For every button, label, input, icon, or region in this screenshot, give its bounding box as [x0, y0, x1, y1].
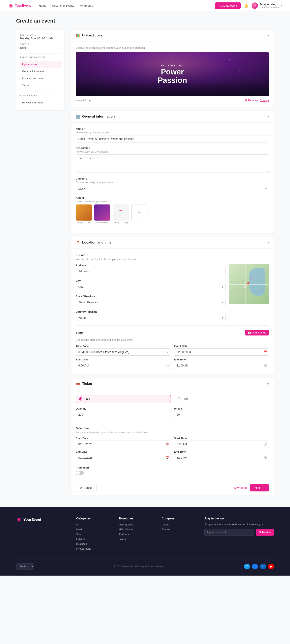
next-button[interactable]: Next → — [250, 484, 269, 492]
footer-cat-exbition[interactable]: Exbition — [76, 538, 85, 540]
sale-date-title: Sale date — [76, 426, 269, 430]
footer-company-joinus[interactable]: Join us — [162, 528, 170, 531]
album-thumb-2[interactable] — [94, 204, 110, 220]
logo[interactable]: YourEvent — [8, 3, 31, 8]
promotion-toggle[interactable] — [76, 471, 84, 475]
ticket-paid-option[interactable]: Paid — [76, 395, 171, 403]
end-time-input[interactable] — [174, 362, 269, 369]
linkedin-icon[interactable]: in — [260, 564, 266, 569]
event-date-group: Event Date 📅 — [174, 344, 269, 356]
ticket-free-option[interactable]: Free — [174, 395, 269, 403]
nav-home[interactable]: Home — [39, 4, 46, 7]
language-select[interactable]: English — [16, 563, 34, 570]
save-draft-button[interactable]: Save draft — [234, 486, 247, 490]
price-input[interactable] — [174, 411, 269, 418]
nav-myevents[interactable]: My Events — [80, 4, 93, 7]
quantity-input[interactable] — [76, 411, 171, 418]
general-info-header[interactable]: ℹ️ General information ▾ — [71, 111, 274, 122]
name-input[interactable] — [76, 135, 269, 142]
description-field-group: Description Provide essential event deta… — [76, 146, 269, 173]
footer-res-taxes[interactable]: Taxes — [119, 538, 126, 540]
description-textarea[interactable] — [76, 154, 269, 172]
footer-res-help[interactable]: Help Center — [119, 528, 133, 531]
upload-cover-label: Upload cover — [22, 63, 38, 66]
location-time-chevron-icon[interactable]: ▾ — [267, 241, 269, 244]
end-time-label: End Time — [174, 358, 269, 361]
quantity-group: Quantity — [76, 407, 171, 418]
footer-cat-all[interactable]: All — [76, 523, 79, 526]
event-date-input[interactable] — [174, 348, 269, 356]
location-time-title: Location and time — [82, 240, 111, 244]
sidebar-item-upload-cover[interactable]: Upload cover — [20, 61, 60, 68]
start-time-input[interactable] — [76, 362, 171, 369]
name-label: Name * — [76, 128, 269, 130]
upload-cover-chevron-icon[interactable]: ▾ — [267, 34, 269, 38]
sale-end-time-label: End Time — [174, 450, 269, 453]
user-dropdown-icon[interactable]: ▾ — [281, 4, 282, 7]
event-info-section-title: EVENT INFORMATION — [20, 56, 60, 58]
avatar: JK — [251, 2, 258, 9]
footer-cat-music[interactable]: Music — [76, 528, 83, 531]
footer-cat-business[interactable]: Business — [76, 542, 87, 546]
sidebar-item-ticket[interactable]: Ticket — [20, 82, 60, 89]
sale-start-date-input[interactable] — [76, 440, 171, 448]
newsletter-input[interactable] — [204, 529, 254, 536]
location-time-header[interactable]: 📍 Location and time ▾ — [71, 237, 274, 248]
map-grid-3 — [237, 264, 237, 304]
sidebar-item-location-time[interactable]: Location and time — [20, 75, 60, 82]
free-radio — [177, 397, 181, 400]
country-select-wrapper: World — [76, 314, 225, 322]
sidebar-item-review-publish[interactable]: Review and Publish — [20, 99, 60, 106]
sale-start-time-label: Start Time — [174, 437, 269, 440]
album-thumb-3[interactable] — [113, 204, 129, 220]
youtube-icon[interactable]: ▶ — [268, 564, 274, 569]
upload-cover-header[interactable]: 🖼️ Upload cover ▾ — [71, 30, 274, 42]
location-desc: You can choose the location or pinpoint … — [76, 258, 269, 260]
address-input[interactable] — [76, 268, 225, 275]
twitter-icon[interactable]: T — [244, 564, 250, 569]
timezone-group: Time Zone (GMT-0800) United States (Los … — [76, 344, 171, 356]
subscribe-button[interactable]: Subscribe — [256, 529, 274, 536]
footer-company-about[interactable]: About — [162, 523, 169, 526]
sale-end-date-input[interactable] — [76, 454, 171, 461]
footer-res-guides[interactable]: User guides — [119, 523, 133, 526]
sale-end-time-input[interactable] — [174, 454, 269, 461]
state-select[interactable]: State / Province — [76, 299, 225, 306]
city-select[interactable]: City — [76, 283, 225, 290]
footer-res-partners[interactable]: Partners — [119, 533, 129, 536]
category-select[interactable]: Music Sports Arts Business Technology — [76, 185, 269, 192]
footer-cat-sport[interactable]: Sport — [76, 533, 82, 536]
time-header: Time 📅 Add agenda — [76, 330, 269, 336]
footer-top: YourEvent Categories All Music Sport Exb… — [16, 517, 274, 550]
cancel-button[interactable]: ✕ Cancel — [76, 484, 97, 492]
ticket-icon: 🎟️ — [76, 382, 80, 386]
paid-label: Paid — [84, 397, 90, 400]
bottom-bar: ✕ Cancel Save draft Next → — [71, 481, 274, 495]
city-label: City — [76, 279, 225, 282]
ticket-label: Ticket — [22, 84, 29, 87]
ticket-chevron-icon[interactable]: ▾ — [267, 382, 269, 386]
remove-cover-button[interactable]: 🗑 Remove — [245, 99, 258, 102]
album-add-button[interactable]: + — [131, 204, 147, 220]
notification-icon[interactable]: 🔔 — [244, 4, 248, 8]
map-placeholder[interactable]: 📍 — [229, 264, 269, 304]
cover-buttons: 🗑 Remove Change — [245, 99, 269, 102]
change-cover-button[interactable]: Change — [260, 99, 269, 102]
footer-cat-photography[interactable]: Photography — [76, 547, 91, 550]
sale-start-time-input[interactable] — [174, 440, 269, 448]
country-select[interactable]: World — [76, 314, 225, 322]
timezone-select[interactable]: (GMT-0800) United States (Los Angeles) — [76, 348, 171, 356]
ticket-header[interactable]: 🎟️ Ticket ▾ — [71, 378, 274, 390]
add-agenda-button[interactable]: 📅 Add agenda — [245, 330, 269, 336]
user-menu[interactable]: JK Jennifer King BrightViveCompany ▾ — [251, 2, 282, 9]
logo-text: YourEvent — [15, 4, 31, 8]
facebook-icon[interactable]: f — [252, 564, 258, 569]
general-info-chevron-icon[interactable]: ▾ — [267, 115, 269, 118]
album-thumb-1[interactable] — [76, 204, 92, 220]
time-subsection: Time 📅 Add agenda Choose the start time … — [76, 330, 269, 369]
create-event-button[interactable]: + Create event — [215, 2, 241, 9]
sidebar-item-general-info[interactable]: General information — [20, 68, 60, 75]
map-dot-1 — [244, 286, 246, 288]
sale-end-time-group: End Time 🕐 — [174, 450, 269, 461]
nav-upcoming[interactable]: Upcoming Events — [52, 4, 74, 7]
